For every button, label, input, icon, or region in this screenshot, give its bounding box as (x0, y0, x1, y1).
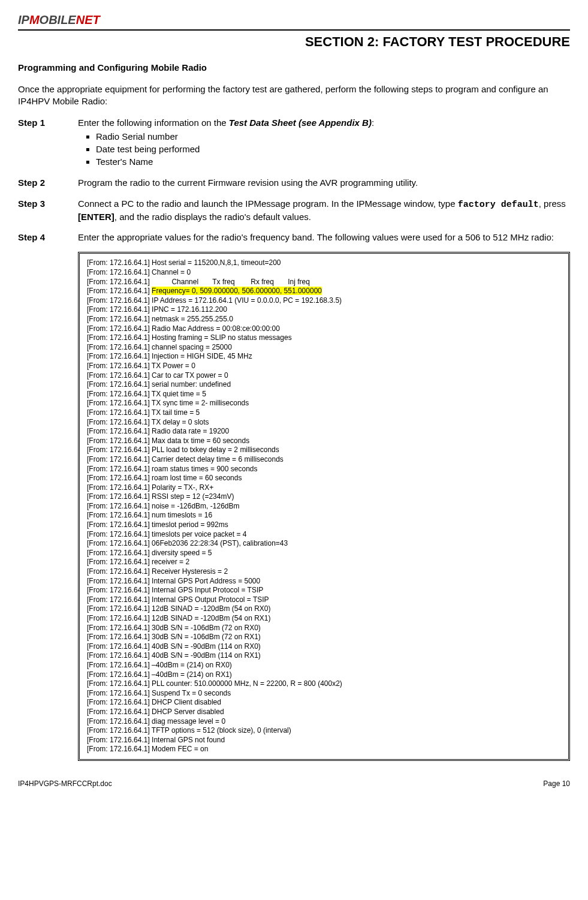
terminal-line: [From: 172.16.64.1] IPNC = 172.16.112.20… (87, 305, 561, 315)
terminal-line: [From: 172.16.64.1] Receiver Hysteresis … (87, 567, 561, 577)
step-label: Step 1 (18, 117, 78, 168)
terminal-line: [From: 172.16.64.1] 12dB SINAD = -120dBm… (87, 604, 561, 614)
factory-default-code: factory default (458, 200, 539, 210)
step-body-post: , and the radio displays the radio's def… (114, 212, 311, 222)
footer-filename: IP4HPVGPS-MRFCCRpt.doc (18, 779, 112, 788)
terminal-line: [From: 172.16.64.1] IP Address = 172.16.… (87, 296, 561, 306)
terminal-line: [From: 172.16.64.1] timeslots per voice … (87, 530, 561, 540)
terminal-line: [From: 172.16.64.1] 30dB S/N = -106dBm (… (87, 633, 561, 642)
terminal-line: [From: 172.16.64.1] receiver = 2 (87, 558, 561, 567)
footer: IP4HPVGPS-MRFCCRpt.doc Page 10 (18, 779, 570, 788)
step-1: Step 1 Enter the following information o… (18, 117, 570, 168)
terminal-line: [From: 172.16.64.1] Car to car TX power … (87, 371, 561, 381)
step-lead-emph: Test Data Sheet (see Appendix B) (229, 118, 372, 128)
list-item: Radio Serial number (96, 131, 570, 143)
terminal-line: [From: 172.16.64.1] Max data tx time = 6… (87, 437, 561, 446)
terminal-line: [From: 172.16.64.1] 40dB S/N = -90dBm (1… (87, 642, 561, 652)
step-label: Step 3 (18, 198, 78, 224)
step-body: Program the radio to the current Firmwar… (78, 177, 570, 189)
terminal-line: [From: 172.16.64.1] roam lost time = 60 … (87, 474, 561, 483)
terminal-line: [From: 172.16.64.1] roam status times = … (87, 465, 561, 474)
logo: IPMOBILENET (18, 12, 100, 28)
step-4: Step 4 Enter the appropriate values for … (18, 231, 570, 243)
step-label: Step 4 (18, 231, 78, 243)
terminal-line: [From: 172.16.64.1] Internal GPS not fou… (87, 736, 561, 745)
terminal-line: [From: 172.16.64.1] Internal GPS Output … (87, 595, 561, 605)
terminal-line: [From: 172.16.64.1] PLL load to txkey de… (87, 446, 561, 455)
terminal-line: [From: 172.16.64.1] DHCP Server disabled (87, 708, 561, 717)
terminal-line: [From: 172.16.64.1] Internal GPS Input P… (87, 586, 561, 595)
terminal-line: [From: 172.16.64.1] TX quiet time = 5 (87, 390, 561, 399)
step-lead-tail: : (372, 118, 374, 128)
header-rule (18, 29, 570, 31)
step-label: Step 2 (18, 177, 78, 189)
terminal-line: [From: 172.16.64.1] –40dBm = (214) on RX… (87, 670, 561, 680)
step-2: Step 2 Program the radio to the current … (18, 177, 570, 189)
step-3: Step 3 Connect a PC to the radio and lau… (18, 198, 570, 224)
terminal-line: [From: 172.16.64.1] Channel = 0 (87, 268, 561, 278)
terminal-line: [From: 172.16.64.1] TX sync time = 2- mi… (87, 399, 561, 408)
terminal-line: [From: 172.16.64.1] PLL counter: 510.000… (87, 679, 561, 689)
section-title: SECTION 2: FACTORY TEST PROCEDURE (18, 33, 570, 51)
step-body-pre: Connect a PC to the radio and launch the… (78, 198, 458, 209)
terminal-output: [From: 172.16.64.1] Host serial = 115200… (78, 252, 570, 760)
terminal-line: [From: 172.16.64.1] TX tail time = 5 (87, 408, 561, 418)
terminal-line: [From: 172.16.64.1] TFTP options = 512 (… (87, 726, 561, 736)
step-lead: Enter the following information on the (78, 118, 229, 128)
terminal-line: [From: 172.16.64.1] serial number: undef… (87, 380, 561, 390)
logo-text: IPMOBILENET (18, 13, 100, 26)
footer-page: Page 10 (543, 779, 570, 788)
terminal-line: [From: 172.16.64.1] noise = -126dBm, -12… (87, 502, 561, 511)
step-1-bullets: Radio Serial number Date test being perf… (78, 131, 570, 168)
list-item: Date test being performed (96, 143, 570, 155)
terminal-line: [From: 172.16.64.1] Carrier detect delay… (87, 455, 561, 465)
terminal-line: [From: 172.16.64.1] channel spacing = 25… (87, 343, 561, 353)
step-body: Connect a PC to the radio and launch the… (78, 198, 570, 224)
terminal-line: [From: 172.16.64.1] 12dB SINAD = -120dBm… (87, 614, 561, 624)
terminal-line: [From: 172.16.64.1] netmask = 255.255.25… (87, 315, 561, 324)
terminal-line: [From: 172.16.64.1] Hosting framing = SL… (87, 333, 561, 343)
terminal-line: [From: 172.16.64.1] timeslot period = 99… (87, 520, 561, 530)
enter-key: [ENTER] (78, 212, 114, 222)
terminal-line: [From: 172.16.64.1] RSSI step = 12 (=234… (87, 492, 561, 502)
terminal-line: [From: 172.16.64.1] Radio data rate = 19… (87, 427, 561, 437)
terminal-line: [From: 172.16.64.1] Polarity = TX-, RX+ (87, 483, 561, 493)
terminal-line: [From: 172.16.64.1] –40dBm = (214) on RX… (87, 661, 561, 670)
list-item: Tester's Name (96, 156, 570, 168)
terminal-line: [From: 172.16.64.1] TX Power = 0 (87, 362, 561, 371)
step-body: Enter the appropriate values for the rad… (78, 231, 570, 243)
page-subtitle: Programming and Configuring Mobile Radio (18, 62, 570, 74)
terminal-line: [From: 172.16.64.1] diversity speed = 5 (87, 549, 561, 558)
terminal-line: [From: 172.16.64.1] TX delay = 0 slots (87, 418, 561, 428)
terminal-line: [From: 172.16.64.1] Suspend Tx = 0 secon… (87, 689, 561, 699)
step-body-mid: , press (539, 198, 566, 209)
terminal-line: [From: 172.16.64.1] Modem FEC = on (87, 745, 561, 754)
terminal-line: [From: 172.16.64.1] Radio Mac Address = … (87, 324, 561, 334)
terminal-line: [From: 172.16.64.1] 40dB S/N = -90dBm (1… (87, 651, 561, 661)
terminal-line: [From: 172.16.64.1] Host serial = 115200… (87, 258, 561, 268)
terminal-line: [From: 172.16.64.1] Injection = HIGH SID… (87, 352, 561, 362)
header: IPMOBILENET (18, 12, 570, 28)
terminal-line: [From: 172.16.64.1] 30dB S/N = -106dBm (… (87, 624, 561, 633)
terminal-line: [From: 172.16.64.1] DHCP Client disabled (87, 698, 561, 708)
terminal-line: [From: 172.16.64.1] Channel Tx freq Rx f… (87, 278, 561, 287)
terminal-line: [From: 172.16.64.1] num timeslots = 16 (87, 511, 561, 520)
terminal-line: [From: 172.16.64.1] Internal GPS Port Ad… (87, 577, 561, 586)
terminal-line: [From: 172.16.64.1] 06Feb2036 22:28:34 (… (87, 539, 561, 549)
terminal-line-highlight: [From: 172.16.64.1] Frequency= 0, 509.00… (87, 287, 561, 296)
terminal-line: [From: 172.16.64.1] diag message level =… (87, 717, 561, 727)
intro-paragraph: Once the appropriate equipment for perfo… (18, 83, 570, 108)
step-body: Enter the following information on the T… (78, 117, 570, 168)
